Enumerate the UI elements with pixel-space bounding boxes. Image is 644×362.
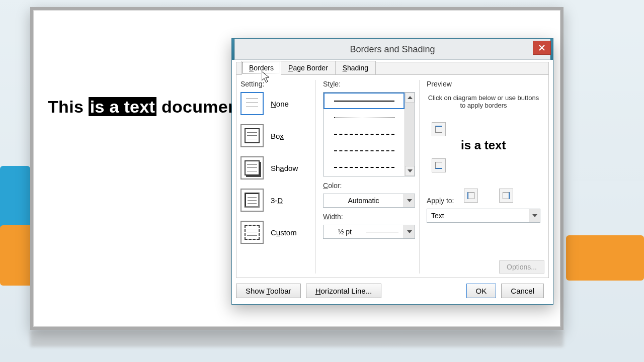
- apply-to-field: Apply to: Text: [427, 197, 540, 223]
- border-left-icon: [467, 192, 474, 199]
- doc-text-before: This: [48, 97, 89, 116]
- dialog-body: Borders Page Border Shading Setting: Non…: [236, 62, 549, 278]
- line-dash-icon: [334, 134, 394, 135]
- preview-diagram[interactable]: is a text: [427, 118, 540, 194]
- chevron-up-icon: [408, 96, 413, 99]
- style-dashed-long[interactable]: [324, 126, 405, 142]
- style-fine-dotted[interactable]: [324, 109, 405, 126]
- style-listbox[interactable]: [323, 92, 415, 176]
- horizontal-line-button[interactable]: Horizontal Line...: [306, 284, 382, 298]
- style-solid[interactable]: [324, 93, 405, 109]
- setting-3d-icon: [240, 189, 264, 212]
- setting-3d[interactable]: 3-D: [240, 189, 312, 212]
- chevron-down-icon: [408, 169, 413, 172]
- setting-custom[interactable]: Custom: [240, 221, 312, 244]
- border-bottom-icon: [435, 162, 442, 169]
- tab-page-border[interactable]: Page Border: [281, 61, 336, 75]
- setting-custom-icon: [240, 221, 264, 244]
- scroll-track[interactable]: [405, 103, 415, 166]
- preview-column: Preview Click on diagram below or use bu…: [423, 80, 544, 274]
- apply-to-combo[interactable]: Text: [427, 209, 540, 223]
- line-solid-icon: [334, 101, 394, 102]
- tab-borders-rest: orders: [254, 64, 274, 72]
- width-sample-line-icon: [366, 232, 399, 232]
- options-button: Options...: [499, 260, 544, 274]
- width-value: ½ pt: [329, 228, 361, 236]
- dialog-tabs: Borders Page Border Shading: [242, 61, 375, 75]
- border-top-icon: [435, 126, 442, 133]
- apply-to-dropdown-button[interactable]: [529, 209, 540, 222]
- border-right-button[interactable]: [499, 189, 513, 203]
- color-combo[interactable]: Automatic: [323, 194, 415, 208]
- chevron-down-icon: [407, 199, 412, 202]
- setting-label: Setting:: [240, 80, 312, 88]
- border-left-button[interactable]: [464, 189, 478, 203]
- close-icon: [538, 44, 545, 51]
- scroll-up-button[interactable]: [405, 93, 415, 103]
- dialog-title: Borders and Shading: [234, 39, 550, 60]
- width-field: Width: ½ pt: [323, 213, 415, 239]
- style-items: [324, 93, 405, 176]
- doc-text-selected: is a text: [89, 97, 156, 116]
- border-bottom-button[interactable]: [432, 158, 446, 172]
- setting-none[interactable]: None: [240, 92, 312, 115]
- width-dropdown-button[interactable]: [404, 225, 415, 238]
- color-field: Color: Automatic: [323, 182, 415, 208]
- apply-to-value: Text: [427, 212, 529, 220]
- style-column: Style:: [319, 80, 420, 274]
- preview-description: Click on diagram below or use buttons to…: [427, 94, 540, 109]
- border-right-icon: [503, 192, 510, 199]
- close-button[interactable]: [533, 41, 551, 55]
- setting-shadow[interactable]: Shadow: [240, 156, 312, 179]
- cancel-button[interactable]: Cancel: [501, 284, 544, 298]
- show-toolbar-button[interactable]: Show Toolbar: [236, 284, 301, 298]
- borders-shading-dialog: Borders and Shading Borders Page Border …: [231, 38, 553, 305]
- tab-panel-borders: Setting: None Box Shadow 3-D: [236, 74, 548, 278]
- style-scrollbar[interactable]: [405, 93, 415, 176]
- line-dashdot-icon: [334, 167, 394, 168]
- ok-button[interactable]: OK: [466, 284, 497, 298]
- chevron-down-icon: [407, 230, 412, 233]
- color-value: Automatic: [324, 197, 404, 205]
- tab-borders[interactable]: Borders: [242, 61, 281, 75]
- border-top-button[interactable]: [432, 122, 446, 136]
- line-dash2-icon: [334, 150, 394, 151]
- setting-box[interactable]: Box: [240, 124, 312, 147]
- setting-column: Setting: None Box Shadow 3-D: [240, 80, 316, 274]
- wallpaper-block-orange-right: [566, 235, 644, 281]
- dialog-footer: Show Toolbar Horizontal Line... OK Cance…: [236, 281, 549, 300]
- scroll-down-button[interactable]: [405, 166, 415, 176]
- width-combo[interactable]: ½ pt: [323, 225, 415, 239]
- line-fine-icon: [334, 117, 394, 118]
- dialog-titlebar[interactable]: Borders and Shading: [232, 39, 553, 60]
- tab-shading[interactable]: Shading: [335, 61, 376, 75]
- window-shadow: [30, 330, 564, 347]
- preview-sample-text: is a text: [461, 138, 506, 152]
- document-text[interactable]: This is a text document.: [48, 97, 250, 117]
- chevron-down-icon: [532, 214, 537, 217]
- setting-none-icon: [240, 92, 264, 115]
- style-dashed-short[interactable]: [324, 142, 405, 159]
- color-dropdown-button[interactable]: [404, 194, 415, 207]
- setting-box-icon: [240, 124, 264, 147]
- setting-shadow-icon: [240, 156, 264, 179]
- style-dash-dot[interactable]: [324, 159, 405, 175]
- preview-label: Preview: [427, 80, 540, 88]
